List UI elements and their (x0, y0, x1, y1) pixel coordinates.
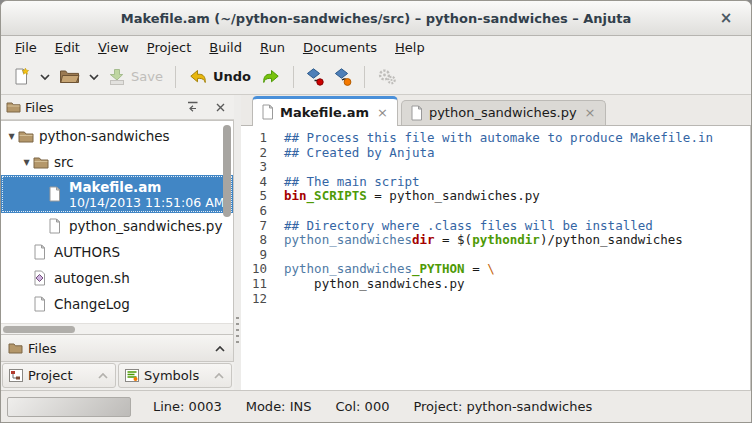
menu-run[interactable]: Run (251, 37, 294, 58)
files-panel-header: Files (1, 95, 234, 120)
chevron-up-icon (214, 344, 226, 353)
tree-item-changelog[interactable]: ChangeLog (1, 291, 233, 317)
symbols-shelf-button[interactable]: Symbols (118, 363, 232, 388)
open-folder-icon (59, 68, 80, 85)
menu-project[interactable]: Project (138, 37, 201, 58)
code-line: 9 (241, 248, 750, 263)
chevron-up-icon (213, 371, 225, 380)
anjuta-window: Makefile.am (~/python-sandwiches/src) – … (0, 0, 752, 423)
titlebar[interactable]: Makefile.am (~/python-sandwiches/src) – … (1, 1, 751, 36)
tree-item-python-sandwiches[interactable]: ▼python-sandwiches (1, 123, 233, 149)
sidebar-splitter[interactable] (234, 95, 241, 390)
undo-icon (188, 68, 208, 85)
project-shelf-label: Project (28, 368, 92, 383)
tree-vertical-scrollbar[interactable] (222, 123, 232, 320)
line-number: 11 (241, 277, 267, 292)
tab-close-icon[interactable]: × (583, 105, 596, 120)
tree-horizontal-scrollbar[interactable] (1, 323, 233, 334)
tab-python-sandwiches-py[interactable]: python_sandwiches.py× (401, 100, 606, 125)
save-button-label: Save (131, 69, 163, 84)
files-shelf-label: Files (28, 341, 209, 356)
goto-declaration-icon (334, 68, 352, 86)
line-number: 2 (241, 146, 267, 161)
file-tree-panel: ▼python-sandwiches▼srcMakefile.am10/14/2… (1, 120, 234, 335)
code-line: 2## Created by Anjuta (241, 146, 750, 161)
folder-icon (18, 130, 36, 143)
dock-iconify-icon[interactable] (183, 99, 201, 115)
new-file-button[interactable] (7, 63, 36, 90)
tab-label: python_sandwiches.py (429, 105, 577, 120)
line-number: 8 (241, 233, 267, 248)
symbols-shelf-label: Symbols (144, 368, 208, 383)
file-icon (48, 218, 66, 234)
tree-item-label: ChangeLog (51, 296, 130, 312)
project-shelf-button[interactable]: Project (2, 363, 116, 388)
tree-item-src[interactable]: ▼src (1, 149, 233, 175)
tree-item-label: src (51, 154, 74, 170)
folder-icon (6, 101, 21, 113)
save-icon (108, 68, 126, 86)
goto-definition-icon (306, 68, 324, 86)
code-line: 5bin_SCRIPTS = python_sandwiches.py (241, 189, 750, 204)
redo-button[interactable] (256, 64, 286, 89)
tree-item-makefile-am[interactable]: Makefile.am10/14/2013 11:51:06 AM (1, 175, 233, 213)
code-text: python_sandwiches_PYTHON = \ (267, 262, 495, 277)
line-number: 9 (241, 248, 267, 263)
gears-icon (377, 68, 397, 85)
project-icon (9, 369, 23, 382)
tree-item-date: 10/14/2013 11:51:06 AM (66, 195, 224, 210)
tree-item-label: AUTHORS (51, 244, 120, 260)
file-icon (33, 244, 51, 260)
menu-edit[interactable]: Edit (46, 37, 89, 58)
undo-button-label: Undo (213, 69, 251, 84)
status-col: Col: 000 (335, 399, 389, 414)
tree-item-autogen-sh[interactable]: autogen.sh (1, 265, 233, 291)
line-number: 7 (241, 219, 267, 234)
dock-close-icon[interactable] (211, 99, 229, 115)
tab-close-icon[interactable]: × (375, 105, 388, 120)
tree-item-python-sandwiches-py[interactable]: python_sandwiches.py (1, 213, 233, 239)
new-document-icon (12, 67, 31, 86)
open-file-button[interactable] (54, 64, 85, 89)
expander-down-icon[interactable]: ▼ (5, 132, 18, 141)
file-icon (410, 105, 423, 121)
line-number: 5 (241, 189, 267, 204)
new-file-dropdown[interactable] (36, 69, 54, 85)
menu-documents[interactable]: Documents (294, 37, 386, 58)
files-shelf-button[interactable]: Files (1, 335, 234, 362)
status-mode: Mode: INS (246, 399, 312, 414)
file-icon (33, 296, 51, 312)
chevron-down-icon (88, 73, 100, 81)
file-tree: ▼python-sandwiches▼srcMakefile.am10/14/2… (1, 121, 233, 323)
line-number: 4 (241, 175, 267, 190)
menu-view[interactable]: View (89, 37, 138, 58)
goto-definition-button[interactable] (301, 64, 329, 90)
file-icon (261, 104, 274, 120)
code-text: python_sandwiches.py (267, 277, 465, 292)
code-line: 3 (241, 160, 750, 175)
code-text (267, 204, 284, 219)
tab-makefile-am[interactable]: Makefile.am× (252, 96, 398, 126)
line-number: 3 (241, 160, 267, 175)
menubar: FileEditViewProjectBuildRunDocumentsHelp (1, 36, 751, 59)
code-line: 11 python_sandwiches.py (241, 277, 750, 292)
menu-build[interactable]: Build (200, 37, 251, 58)
code-editor[interactable]: 1## Process this file with automake to p… (241, 126, 751, 390)
redo-icon (261, 68, 281, 85)
tree-item-authors[interactable]: AUTHORS (1, 239, 233, 265)
line-number: 10 (241, 262, 267, 277)
tree-item-text: Makefile.am10/14/2013 11:51:06 AM (66, 179, 224, 210)
save-button[interactable]: Save (103, 64, 168, 90)
open-file-dropdown[interactable] (85, 69, 103, 85)
code-line: 8python_sandwichesdir = $(pythondir)/pyt… (241, 233, 750, 248)
expander-down-icon[interactable]: ▼ (20, 158, 33, 167)
menu-file[interactable]: File (6, 37, 46, 58)
goto-declaration-button[interactable] (329, 64, 357, 90)
undo-button[interactable]: Undo (183, 64, 256, 89)
main-area: Files ▼python-sandwiches▼srcMakefile.am1… (1, 95, 751, 390)
tab-label: Makefile.am (280, 105, 369, 120)
script-icon (33, 270, 51, 286)
gears-button[interactable] (372, 64, 402, 89)
window-close-icon[interactable]: × (715, 7, 737, 29)
menu-help[interactable]: Help (386, 37, 434, 58)
